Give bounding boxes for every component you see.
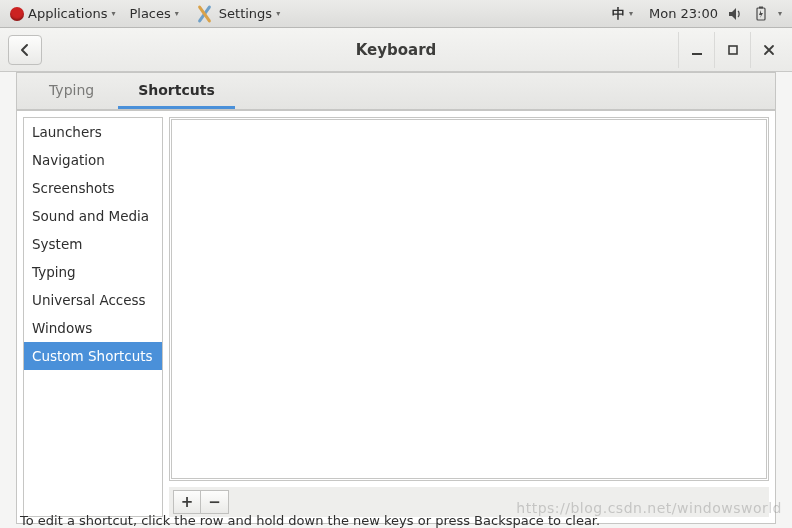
window-controls	[678, 28, 786, 72]
content-area: LaunchersNavigationScreenshotsSound and …	[16, 110, 776, 524]
tools-icon	[193, 4, 215, 24]
category-item[interactable]: Universal Access	[24, 286, 162, 314]
right-column: + −	[169, 117, 769, 517]
maximize-button[interactable]	[714, 32, 750, 68]
category-item[interactable]: Launchers	[24, 118, 162, 146]
places-label: Places	[129, 6, 170, 21]
tab-bar: Typing Shortcuts	[16, 72, 776, 110]
chevron-down-icon: ▾	[111, 9, 115, 18]
settings-label: Settings	[219, 6, 272, 21]
distro-icon	[10, 7, 24, 21]
close-button[interactable]	[750, 32, 786, 68]
tab-typing[interactable]: Typing	[29, 72, 114, 109]
svg-rect-3	[729, 46, 737, 54]
svg-rect-2	[692, 53, 702, 55]
volume-icon[interactable]	[728, 7, 744, 21]
tab-shortcuts[interactable]: Shortcuts	[118, 72, 235, 109]
top-panel: Applications ▾ Places ▾ Settings ▾ 中 ▾ M…	[0, 0, 792, 28]
category-item[interactable]: Sound and Media	[24, 202, 162, 230]
chevron-down-icon: ▾	[175, 9, 179, 18]
chevron-down-icon[interactable]: ▾	[778, 9, 782, 18]
category-item[interactable]: Screenshots	[24, 174, 162, 202]
minimize-button[interactable]	[678, 32, 714, 68]
category-item[interactable]: Typing	[24, 258, 162, 286]
settings-menu[interactable]: Settings ▾	[187, 0, 286, 28]
chevron-down-icon: ▾	[276, 9, 280, 18]
battery-icon[interactable]	[754, 6, 768, 22]
applications-menu[interactable]: Applications ▾	[4, 0, 121, 28]
places-menu[interactable]: Places ▾	[123, 0, 184, 28]
clock[interactable]: Mon 23:00	[649, 6, 718, 21]
applications-label: Applications	[28, 6, 107, 21]
panel-right: 中 ▾ Mon 23:00 ▾	[606, 0, 792, 28]
hint-text: To edit a shortcut, click the row and ho…	[20, 513, 600, 528]
ime-indicator[interactable]: 中 ▾	[606, 0, 639, 28]
add-button[interactable]: +	[173, 490, 201, 514]
category-item[interactable]: System	[24, 230, 162, 258]
shortcut-list[interactable]	[169, 117, 769, 481]
back-button[interactable]	[8, 35, 42, 65]
window-header: Keyboard	[0, 28, 792, 72]
svg-rect-1	[759, 6, 763, 8]
ime-label: 中	[612, 5, 625, 23]
panel-left: Applications ▾ Places ▾ Settings ▾	[0, 0, 286, 28]
category-item[interactable]: Navigation	[24, 146, 162, 174]
category-item[interactable]: Windows	[24, 314, 162, 342]
window-title: Keyboard	[0, 41, 792, 59]
remove-button[interactable]: −	[201, 490, 229, 514]
chevron-down-icon: ▾	[629, 9, 633, 18]
category-list[interactable]: LaunchersNavigationScreenshotsSound and …	[23, 117, 163, 517]
left-column: LaunchersNavigationScreenshotsSound and …	[23, 117, 163, 517]
category-item[interactable]: Custom Shortcuts	[24, 342, 162, 370]
